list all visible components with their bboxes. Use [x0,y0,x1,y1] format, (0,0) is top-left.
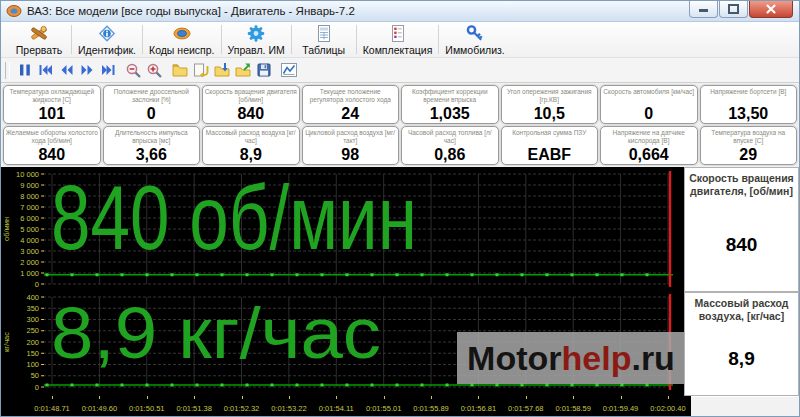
time-tick-label: 0:01:52.32 [224,404,259,413]
graph-icon[interactable] [278,60,299,81]
param-label: Скорость автомобиля [км/час] [601,86,697,105]
toolbar-button-dtc[interactable]: Коды неиспр. [143,22,221,57]
param-panel: Температура охлаждающей жидкости [C]101 [3,85,101,124]
time-tick [52,396,53,399]
param-value: EABF [502,146,598,164]
paste-icon[interactable] [190,60,211,81]
maximize-button[interactable] [719,1,748,18]
time-tick-label: 0:01:48.71 [34,404,69,413]
param-panel: Угол опережения зажигания [гр.КВ]10,5 [501,85,599,124]
side-panel-label: Массовый расход воздуха, [кг/час] [685,293,798,323]
svg-text:5 000: 5 000 [20,225,39,234]
time-tick [147,396,148,399]
time-tick [668,396,669,399]
abort-icon [29,24,49,43]
param-value: 3,66 [104,146,200,164]
svg-text:2 000: 2 000 [20,258,39,267]
time-tick-label: 0:01:58.59 [555,404,590,413]
toolbar-button-actuators[interactable]: Управл. ИМ [222,22,291,57]
side-panel-value: 840 [726,198,758,291]
toolbar-button-abort[interactable]: Прервать [7,22,71,57]
param-value: 0,86 [402,146,498,164]
toolbar-button-identify[interactable]: Идентифик. [72,22,142,57]
titlebar[interactable]: ВАЗ: Все модели [все годы выпуска] - Дви… [1,1,799,22]
main-toolbar: ПрерватьИдентифик.Коды неиспр.Управл. ИМ… [1,22,799,58]
pause-icon[interactable] [14,60,35,81]
window-title: ВАЗ: Все модели [все годы выпуска] - Дви… [27,5,688,17]
param-label: Положение дроссельной заслонки [%] [104,86,200,105]
param-panel: Длительность импульса впрыска [мс]3,66 [103,126,201,165]
param-panel: Желаемые обороты холостого хода [об/мин]… [3,126,101,165]
param-panel: Положение дроссельной заслонки [%]0 [103,85,201,124]
svg-text:0: 0 [35,280,39,289]
svg-text:300: 300 [26,315,39,324]
param-label: Скорость вращения двигателя [об/мин] [203,86,299,105]
go-first-icon[interactable] [35,60,56,81]
side-panel-value: 8,9 [728,323,754,395]
param-panel: Контрольная сумма ПЗУEABF [501,126,599,165]
time-tick [194,396,195,399]
toolbar-grip [5,62,10,79]
time-tick [431,396,432,399]
time-tick [573,396,574,399]
param-value: 98 [303,146,399,164]
param-value: 29 [701,146,797,164]
immobilizer-icon [465,24,485,43]
export-icon[interactable] [232,60,253,81]
svg-text:840 об/мин: 840 об/мин [51,168,417,268]
quick-toolbar [1,58,799,83]
param-label: Часовой расход топлива [л/час] [402,127,498,146]
side-panel-label: Скорость вращения двигателя, [об/мин] [685,168,798,198]
toolbar-button-immobilizer[interactable]: Иммобилиз. [439,22,510,57]
folder-icon[interactable] [169,60,190,81]
zoom-in-icon[interactable] [144,60,165,81]
toolbar-button-equipment[interactable]: Комплектация [357,22,439,57]
param-panel: Напряжение на датчике кислорода [В]0,664 [600,126,698,165]
engine-speed-chart[interactable]: 10 0009 0008 0007 0006 0005 0004 0003 00… [1,167,684,292]
mass-air-flow-chart[interactable]: 400350300250200150100500кг/час8,9 кг/час… [1,292,684,396]
minimize-button[interactable] [689,1,718,18]
go-last-icon[interactable] [98,60,119,81]
time-tick-label: 0:01:55.01 [366,404,401,413]
toolbar-button-label: Комплектация [363,44,433,56]
param-label: Массовый расход воздуха [кг/час] [203,127,299,146]
param-panel: Температура воздуха на впуске [C]29 [700,126,798,165]
save-icon[interactable] [253,60,274,81]
parameter-grid: Температура охлаждающей жидкости [C]101П… [1,83,799,167]
step-back-icon[interactable] [56,60,77,81]
step-forward-icon[interactable] [77,60,98,81]
time-tick-label: 0:01:54.11 [319,404,354,413]
param-panel: Часовой расход топлива [л/час]0,86 [401,126,499,165]
time-tick-label: 0:01:56.81 [461,404,496,413]
param-value: 24 [303,105,399,123]
time-tick [289,396,290,399]
zoom-out-icon[interactable] [123,60,144,81]
toolbar-button-tables[interactable]: Таблицы [292,22,356,57]
actuators-icon [246,24,266,43]
time-tick-label: 0:02:00.40 [650,404,685,413]
time-tick [621,396,622,399]
close-button[interactable] [749,1,793,18]
param-value: 840 [4,146,100,164]
param-panel: Скорость автомобиля [км/час]0 [600,85,698,124]
minimize-icon [699,9,708,12]
import-icon[interactable] [211,60,232,81]
param-label: Температура воздуха на впуске [C] [701,127,797,146]
time-tick-label: 0:01:57.68 [508,404,543,413]
toolbar-button-label: Таблицы [302,44,345,56]
param-panel: Текущее положение регулятора холостого х… [302,85,400,124]
svg-text:3 000: 3 000 [20,247,39,256]
toolbar-button-label: Прервать [16,44,62,56]
svg-text:400: 400 [26,293,39,302]
svg-text:7 000: 7 000 [20,203,39,212]
equipment-icon [388,24,408,43]
time-tick-label: 0:01:55.89 [413,404,448,413]
time-tick-label: 0:01:50.51 [129,404,164,413]
svg-text:об/мин: об/мин [2,217,11,241]
svg-text:150: 150 [26,349,39,358]
toolbar-button-label: Управл. ИМ [228,44,285,56]
param-label: Коэффициент коррекции времени впрыска [402,86,498,105]
param-label: Желаемые обороты холостого хода [об/мин] [4,127,100,146]
param-value: 101 [4,105,100,123]
engine-speed-side-panel: Скорость вращения двигателя, [об/мин] 84… [684,167,799,292]
